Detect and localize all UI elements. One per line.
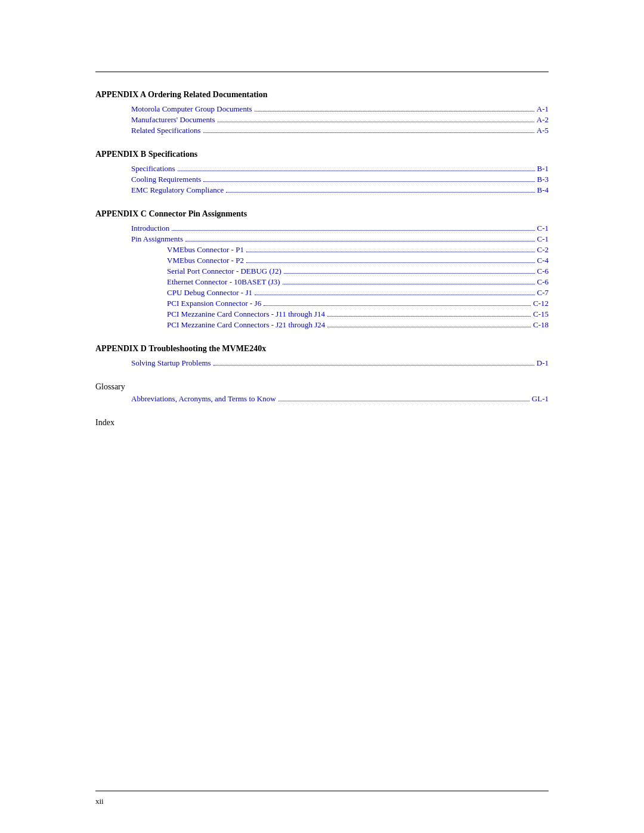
toc-page: C-2 [537,245,549,255]
toc-page: C-4 [537,256,549,265]
toc-dots [327,327,531,327]
toc-dots [246,262,535,263]
cooling-link[interactable]: Cooling Requirements [131,175,201,184]
pin-assignments-link[interactable]: Pin Assignments [131,234,183,244]
toc-entry: Ethernet Connector - 10BASET (J3) C-6 [95,277,549,287]
toc-dots [185,241,534,241]
page-container: APPENDIX A Ordering Related Documentatio… [0,0,644,833]
toc-entry: PCI Expansion Connector - J6 C-12 [95,299,549,308]
toc-entry: Specifications B-1 [95,164,549,174]
appendix-c-header: APPENDIX C Connector Pin Assignments [95,209,549,219]
toc-page: C-7 [537,288,549,298]
toc-page: C-6 [537,277,549,287]
toc-page: D-1 [537,358,549,368]
toc-dots [255,111,534,112]
toc-page: B-4 [537,185,549,195]
toc-dots [264,305,531,306]
toc-entry: Serial Port Connector - DEBUG (J2) C-6 [95,267,549,276]
pci-mezzanine-j11-link[interactable]: PCI Mezzanine Card Connectors - J11 thro… [167,309,325,319]
cpu-debug-link[interactable]: CPU Debug Connector - J1 [167,288,252,298]
toc-page: C-1 [537,224,549,233]
toc-page: B-1 [537,164,549,174]
toc-page: C-1 [537,234,549,244]
toc-entry: VMEbus Connector - P1 C-2 [95,245,549,255]
manufacturers-docs-link[interactable]: Manufacturers' Documents [131,115,215,125]
toc-entry: PCI Mezzanine Card Connectors - J11 thro… [95,309,549,319]
toc-entry: CPU Debug Connector - J1 C-7 [95,288,549,298]
toc-page: C-18 [533,320,549,330]
pci-mezzanine-j21-link[interactable]: PCI Mezzanine Card Connectors - J21 thro… [167,320,325,330]
toc-dots [172,230,534,231]
index-label: Index [95,418,549,428]
specifications-link[interactable]: Specifications [131,164,175,174]
vmebus-p2-link[interactable]: VMEbus Connector - P2 [167,256,244,265]
toc-dots [255,295,535,295]
toc-page: A-5 [537,126,549,135]
toc-page: A-1 [537,104,549,114]
toc-entry: PCI Mezzanine Card Connectors - J21 thro… [95,320,549,330]
ethernet-link[interactable]: Ethernet Connector - 10BASET (J3) [167,277,280,287]
toc-dots [218,122,534,122]
toc-entry: EMC Regulatory Compliance B-4 [95,185,549,195]
toc-entry: Pin Assignments C-1 [95,234,549,244]
bottom-rule [95,791,549,791]
related-specs-link[interactable]: Related Specifications [131,126,201,135]
toc-dots [226,192,534,193]
toc-page: C-12 [533,299,549,308]
abbreviations-link[interactable]: Abbreviations, Acronyms, and Terms to Kn… [131,394,276,404]
toc-page: A-2 [537,115,549,125]
glossary-label: Glossary [95,382,549,392]
index-section: Index [95,418,549,428]
appendix-d-section: APPENDIX D Troubleshooting the MVME240x … [95,344,549,368]
toc-dots [327,316,531,317]
glossary-section: Glossary Abbreviations, Acronyms, and Te… [95,382,549,404]
toc-entry: Related Specifications A-5 [95,126,549,135]
toc-dots [213,365,534,366]
toc-dots [203,132,534,133]
toc-dots [246,252,535,252]
toc-dots [283,284,535,284]
toc-entry: Cooling Requirements B-3 [95,175,549,184]
toc-page: B-3 [537,175,549,184]
top-rule [95,72,549,72]
toc-entry: Solving Startup Problems D-1 [95,358,549,368]
footer-page-number: xii [95,797,104,806]
toc-dots [284,273,535,274]
toc-page: GL-1 [532,394,549,404]
pci-expansion-link[interactable]: PCI Expansion Connector - J6 [167,299,261,308]
appendix-d-header: APPENDIX D Troubleshooting the MVME240x [95,344,549,354]
appendix-b-header: APPENDIX B Specifications [95,150,549,159]
appendix-a-header: APPENDIX A Ordering Related Documentatio… [95,90,549,100]
toc-page: C-6 [537,267,549,276]
emc-link[interactable]: EMC Regulatory Compliance [131,185,224,195]
vmebus-p1-link[interactable]: VMEbus Connector - P1 [167,245,244,255]
appendix-c-section: APPENDIX C Connector Pin Assignments Int… [95,209,549,330]
toc-page: C-15 [533,309,549,319]
toc-entry: Motorola Computer Group Documents A-1 [95,104,549,114]
solving-startup-link[interactable]: Solving Startup Problems [131,358,211,368]
footer: xii [95,797,104,806]
toc-dots [203,181,534,182]
toc-entry: Manufacturers' Documents A-2 [95,115,549,125]
appendix-a-section: APPENDIX A Ordering Related Documentatio… [95,90,549,135]
toc-entry: VMEbus Connector - P2 C-4 [95,256,549,265]
serial-port-link[interactable]: Serial Port Connector - DEBUG (J2) [167,267,281,276]
toc-entry: Introduction C-1 [95,224,549,233]
toc-dots [178,171,535,171]
introduction-link[interactable]: Introduction [131,224,169,233]
appendix-b-section: APPENDIX B Specifications Specifications… [95,150,549,195]
toc-entry: Abbreviations, Acronyms, and Terms to Kn… [95,394,549,404]
motorola-docs-link[interactable]: Motorola Computer Group Documents [131,104,252,114]
toc-dots [278,401,530,401]
